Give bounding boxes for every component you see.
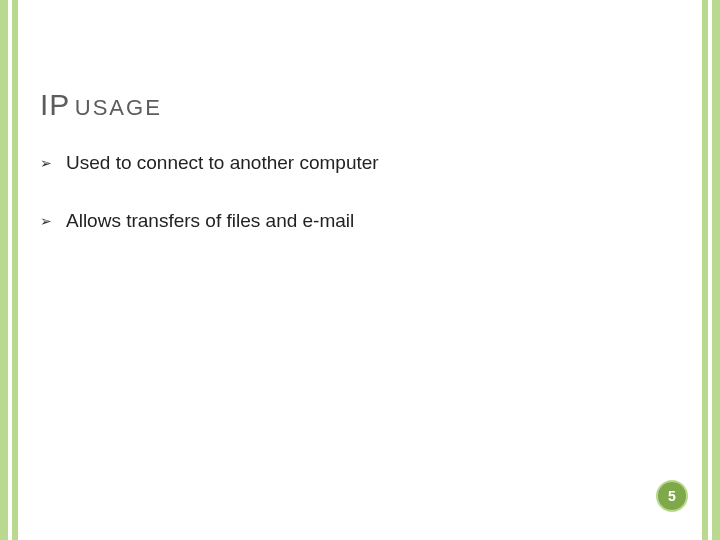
title-main: IP	[40, 88, 70, 121]
page-number-badge: 5	[656, 480, 688, 512]
list-item: ➢ Used to connect to another computer	[40, 152, 680, 174]
chevron-right-icon: ➢	[40, 152, 52, 174]
decorative-stripe-left-outer	[0, 0, 8, 540]
decorative-stripe-left-inner	[12, 0, 18, 540]
bullet-list: ➢ Used to connect to another computer ➢ …	[40, 152, 680, 232]
title-sub: USAGE	[75, 95, 162, 120]
decorative-stripe-right-outer	[712, 0, 720, 540]
page-number: 5	[668, 488, 676, 504]
slide-title: IP USAGE	[40, 88, 680, 122]
bullet-text: Used to connect to another computer	[66, 152, 379, 174]
decorative-stripe-right-inner	[702, 0, 708, 540]
bullet-text: Allows transfers of files and e-mail	[66, 210, 354, 232]
list-item: ➢ Allows transfers of files and e-mail	[40, 210, 680, 232]
chevron-right-icon: ➢	[40, 210, 52, 232]
slide-content: IP USAGE ➢ Used to connect to another co…	[40, 88, 680, 268]
